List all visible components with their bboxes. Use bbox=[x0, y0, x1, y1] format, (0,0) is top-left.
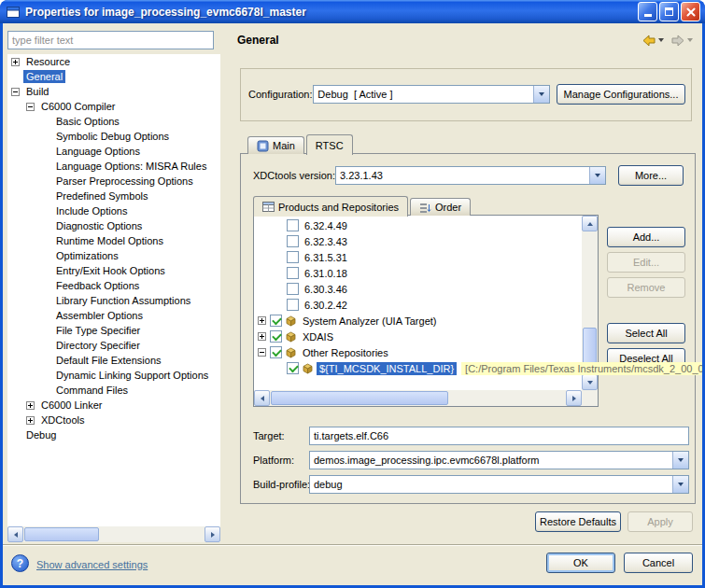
expander-spacer bbox=[41, 312, 49, 320]
tree-item[interactable]: Debug bbox=[7, 427, 220, 442]
dropdown-button[interactable] bbox=[672, 476, 688, 493]
product-item[interactable]: ${TI_MCSDK_INSTALL_DIR}[C:/Program Files… bbox=[254, 360, 582, 376]
scroll-left-button[interactable] bbox=[254, 390, 270, 406]
tree-item[interactable]: Predefined Symbols bbox=[7, 189, 220, 203]
restore-defaults-button[interactable]: Restore Defaults bbox=[535, 511, 621, 532]
tree-item[interactable]: Directory Specifier bbox=[7, 338, 220, 353]
product-item[interactable]: System Analyzer (UIA Target) bbox=[254, 313, 582, 329]
close-button[interactable] bbox=[681, 2, 700, 21]
scroll-right-button[interactable] bbox=[204, 526, 220, 542]
dropdown-button[interactable] bbox=[589, 167, 605, 184]
tab-order[interactable]: Order bbox=[410, 198, 471, 216]
expander-spacer bbox=[41, 342, 49, 350]
chevron-down-icon bbox=[658, 38, 664, 42]
chevron-down-icon bbox=[678, 458, 684, 462]
product-checkbox[interactable] bbox=[270, 315, 282, 327]
product-checkbox[interactable] bbox=[287, 283, 299, 295]
tree-item[interactable]: General bbox=[7, 69, 220, 84]
tree-item[interactable]: Parser Preprocessing Options bbox=[7, 174, 220, 189]
expander-spacer bbox=[41, 297, 49, 305]
tab-main[interactable]: Main bbox=[247, 136, 304, 154]
tree-item[interactable]: Basic Options bbox=[7, 114, 220, 129]
tree-item[interactable]: C6000 Linker bbox=[7, 398, 220, 413]
tree-item[interactable]: Build bbox=[7, 84, 220, 99]
tree-item-label: Language Options: MISRA Rules bbox=[53, 160, 209, 173]
filter-input[interactable] bbox=[7, 31, 214, 49]
minimize-button[interactable] bbox=[638, 2, 657, 21]
tree-item[interactable]: Include Options bbox=[7, 203, 220, 218]
expander-expanded-icon[interactable] bbox=[11, 88, 20, 96]
titlebar[interactable]: Properties for image_processing_evmc6678… bbox=[0, 0, 705, 23]
product-checkbox[interactable] bbox=[287, 267, 299, 279]
expander-collapsed-icon[interactable] bbox=[26, 401, 35, 410]
tree-item[interactable]: Resource bbox=[7, 54, 220, 69]
maximize-button[interactable] bbox=[659, 2, 679, 21]
xdctools-version-combo[interactable]: 3.23.1.43 bbox=[335, 166, 606, 185]
back-button[interactable] bbox=[640, 33, 666, 49]
list-horizontal-scrollbar[interactable] bbox=[254, 390, 582, 406]
product-item[interactable]: 6.30.2.42 bbox=[254, 297, 582, 313]
tree-item[interactable]: Default File Extensions bbox=[7, 353, 220, 368]
product-checkbox[interactable] bbox=[270, 330, 282, 343]
tab-products-and-repositories[interactable]: Products and Repositories bbox=[253, 196, 408, 217]
product-item[interactable]: XDAIS bbox=[254, 329, 582, 344]
tree-item[interactable]: Feedback Options bbox=[7, 278, 220, 293]
product-checkbox[interactable] bbox=[287, 362, 299, 374]
tree-item[interactable]: Language Options bbox=[7, 144, 220, 159]
tree-item[interactable]: Entry/Exit Hook Options bbox=[7, 263, 220, 278]
expander-spacer bbox=[41, 118, 49, 126]
product-item[interactable]: 6.32.3.43 bbox=[254, 233, 582, 249]
expander-collapsed-icon[interactable] bbox=[11, 58, 20, 66]
product-item[interactable]: 6.31.5.31 bbox=[254, 249, 582, 265]
tree-item[interactable]: Diagnostic Options bbox=[7, 218, 220, 233]
tree-item[interactable]: Language Options: MISRA Rules bbox=[7, 159, 220, 174]
scroll-down-button[interactable] bbox=[582, 374, 598, 390]
select-all-button[interactable]: Select All bbox=[607, 323, 685, 343]
platform-combo[interactable]: demos.image_processing.ipc.evmc6678l.pla… bbox=[309, 451, 689, 469]
expander-expanded-icon[interactable] bbox=[258, 348, 266, 357]
scrollbar-thumb[interactable] bbox=[271, 391, 448, 405]
list-buttons: Add... Edit... Remove Select All Deselec… bbox=[607, 227, 685, 369]
tree-item[interactable]: Dynamic Linking Support Options bbox=[7, 368, 220, 383]
tree-item[interactable]: Optimizations bbox=[7, 248, 220, 263]
tree-item[interactable]: Command Files bbox=[7, 383, 220, 398]
tree-item[interactable]: XDCtools bbox=[7, 413, 220, 427]
product-item[interactable]: Other Repositories bbox=[254, 344, 582, 360]
scroll-right-button[interactable] bbox=[566, 390, 582, 406]
add-button[interactable]: Add... bbox=[607, 227, 685, 247]
ok-button[interactable]: OK bbox=[546, 553, 615, 573]
tree-item[interactable]: Runtime Model Options bbox=[7, 233, 220, 248]
dropdown-button[interactable] bbox=[533, 86, 549, 103]
product-checkbox[interactable] bbox=[287, 219, 299, 231]
tree-item[interactable]: Symbolic Debug Options bbox=[7, 129, 220, 144]
tree-item[interactable]: File Type Specifier bbox=[7, 323, 220, 338]
product-checkbox[interactable] bbox=[287, 251, 299, 263]
more-button[interactable]: More... bbox=[618, 165, 684, 186]
show-advanced-settings-link[interactable]: Show advanced settings bbox=[36, 559, 148, 570]
product-item[interactable]: 6.32.4.49 bbox=[254, 217, 582, 233]
product-item[interactable]: 6.30.3.46 bbox=[254, 281, 582, 297]
tree-item[interactable]: Assembler Options bbox=[7, 308, 220, 323]
dropdown-button[interactable] bbox=[672, 452, 688, 469]
scroll-left-button[interactable] bbox=[7, 526, 23, 542]
product-checkbox[interactable] bbox=[287, 299, 299, 311]
target-field[interactable]: ti.targets.elf.C66 bbox=[309, 427, 689, 445]
configuration-combo[interactable]: Debug [ Active ] bbox=[313, 85, 550, 104]
scroll-up-button[interactable] bbox=[582, 216, 598, 231]
help-button[interactable]: ? bbox=[11, 554, 29, 572]
product-checkbox[interactable] bbox=[287, 235, 299, 247]
tree-horizontal-scrollbar[interactable] bbox=[7, 526, 220, 542]
expander-collapsed-icon[interactable] bbox=[26, 416, 35, 425]
expander-expanded-icon[interactable] bbox=[26, 103, 35, 111]
product-item[interactable]: 6.31.0.18 bbox=[254, 265, 582, 281]
build-profile-combo[interactable]: debug bbox=[309, 475, 689, 494]
manage-configurations-button[interactable]: Manage Configurations... bbox=[557, 84, 685, 105]
tree-item[interactable]: C6000 Compiler bbox=[7, 99, 220, 114]
scrollbar-thumb[interactable] bbox=[24, 527, 99, 541]
expander-collapsed-icon[interactable] bbox=[258, 332, 266, 341]
tree-item[interactable]: Library Function Assumptions bbox=[7, 293, 220, 308]
tab-rtsc[interactable]: RTSC bbox=[306, 134, 353, 155]
expander-collapsed-icon[interactable] bbox=[258, 316, 266, 325]
product-checkbox[interactable] bbox=[270, 346, 282, 358]
cancel-button[interactable]: Cancel bbox=[624, 553, 693, 573]
